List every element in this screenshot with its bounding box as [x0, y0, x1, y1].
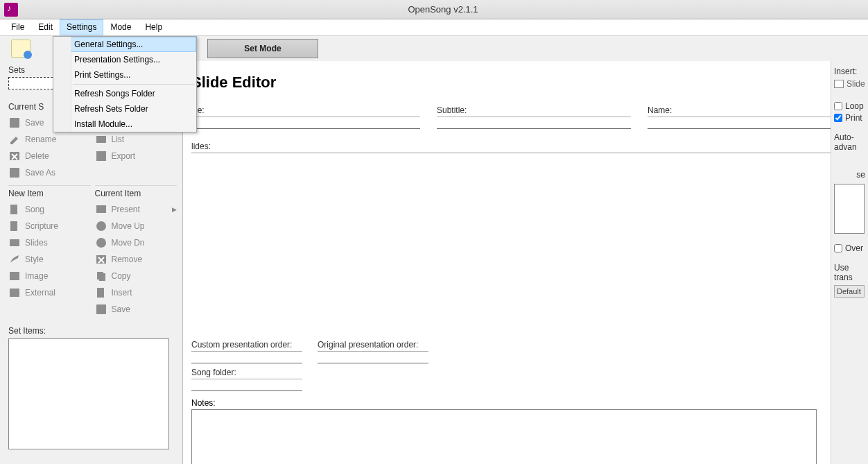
save-as-label: Save As — [25, 168, 55, 178]
slides-label: Slides — [25, 238, 48, 248]
save2-action[interactable]: Save — [95, 301, 177, 318]
slides-icon — [8, 237, 21, 249]
present-action[interactable]: Present ▶ — [95, 201, 177, 218]
notes-label: Notes: — [191, 398, 860, 408]
cpo-input[interactable] — [191, 351, 302, 363]
new-song[interactable]: Song — [8, 201, 91, 218]
svg-rect-6 — [10, 272, 19, 280]
transition-combo[interactable]: Default — [834, 285, 865, 298]
delete-label: Delete — [25, 151, 49, 161]
slides-area[interactable] — [191, 153, 860, 334]
svg-rect-10 — [96, 151, 106, 161]
new-image[interactable]: Image — [8, 268, 91, 284]
name-input[interactable] — [648, 117, 838, 129]
export-action[interactable]: Export — [95, 148, 177, 164]
slide-icon — [834, 80, 844, 88]
menu-print-settings[interactable]: Print Settings... — [53, 67, 196, 83]
remove-icon — [95, 253, 107, 266]
settings-dropdown: General Settings... Presentation Setting… — [53, 36, 197, 132]
dropdown-separator — [73, 84, 195, 85]
opo-input[interactable] — [318, 351, 428, 363]
menu-edit[interactable]: Edit — [31, 19, 60, 35]
new-scripture[interactable]: Scripture — [8, 218, 91, 234]
song-icon — [8, 203, 21, 216]
set-items-label: Set Items: — [8, 326, 177, 336]
dropdown-icon-column — [53, 37, 71, 132]
scripture-label: Scripture — [25, 221, 58, 231]
image-label: Image — [25, 271, 48, 281]
cpo-label: Custom presentation order: — [191, 340, 302, 350]
song-folder-input[interactable] — [191, 379, 302, 391]
menu-refresh-songs[interactable]: Refresh Songs Folder — [53, 86, 196, 101]
use-trans-label: Use trans — [834, 263, 865, 282]
editor-heading: Slide Editor — [191, 74, 860, 92]
list-label: List — [112, 135, 125, 144]
set-items-list[interactable] — [8, 338, 169, 449]
floppy-icon — [8, 166, 21, 179]
insert-action[interactable]: Insert — [95, 284, 177, 301]
move-up-action[interactable]: Move Up — [95, 218, 177, 234]
print-checkbox[interactable]: Print — [834, 113, 865, 123]
floppy-icon — [8, 117, 21, 129]
chevron-right-icon: ▶ — [172, 206, 177, 213]
subtitle-input[interactable] — [437, 117, 631, 129]
move-dn-label: Move Dn — [112, 238, 145, 248]
menu-mode[interactable]: Mode — [103, 19, 138, 35]
external-label: External — [25, 288, 55, 298]
override-checkbox[interactable]: Over — [834, 243, 865, 253]
menu-refresh-sets[interactable]: Refresh Sets Folder — [53, 101, 196, 117]
menu-install-module[interactable]: Install Module... — [53, 117, 196, 132]
list-icon — [95, 133, 107, 146]
song-folder-label: Song folder: — [191, 368, 860, 377]
svg-rect-11 — [96, 205, 106, 213]
save2-label: Save — [112, 304, 130, 314]
print-check[interactable] — [834, 114, 842, 122]
save-label: Save — [25, 118, 44, 128]
remove-action[interactable]: Remove — [95, 251, 177, 268]
menu-help[interactable]: Help — [138, 19, 169, 35]
current-item-label: Current Item — [95, 189, 177, 198]
rename-action[interactable]: Rename — [8, 131, 91, 148]
opo-label: Original presentation order: — [318, 340, 428, 350]
window-title: OpenSong v2.1.1 — [18, 4, 868, 15]
copy-icon — [95, 270, 107, 282]
title-input[interactable] — [191, 117, 420, 129]
override-check[interactable] — [834, 244, 842, 252]
notes-textarea[interactable] — [191, 409, 817, 464]
name-label: Name: — [648, 105, 838, 115]
menu-general-settings[interactable]: General Settings... — [53, 37, 196, 52]
delete-icon — [8, 150, 21, 162]
export-icon — [95, 150, 107, 162]
arrow-down-icon — [95, 237, 107, 249]
svg-rect-16 — [99, 273, 105, 281]
move-dn-action[interactable]: Move Dn — [95, 234, 177, 251]
copy-action[interactable]: Copy — [95, 268, 177, 284]
new-slides[interactable]: Slides — [8, 234, 91, 251]
delete-action[interactable]: Delete — [8, 148, 91, 164]
mode-icon[interactable] — [11, 40, 31, 58]
menu-settings[interactable]: Settings — [60, 19, 103, 35]
move-up-label: Move Up — [112, 221, 145, 231]
menu-file[interactable]: File — [4, 19, 31, 35]
song-label: Song — [25, 205, 44, 214]
present-icon — [95, 203, 107, 216]
image-icon — [8, 270, 21, 282]
save-as-action[interactable]: Save As — [8, 164, 91, 181]
subtitle-label: Subtitle: — [437, 105, 631, 115]
loop-checkbox[interactable]: Loop — [834, 101, 865, 111]
title-bar: OpenSong v2.1.1 — [0, 0, 868, 19]
remove-label: Remove — [112, 255, 143, 264]
set-mode-button[interactable]: Set Mode — [207, 39, 318, 58]
insert-slide-button[interactable]: Slide — [834, 79, 865, 89]
menu-presentation-settings[interactable]: Presentation Settings... — [53, 52, 196, 67]
loop-check[interactable] — [834, 102, 842, 110]
present-label: Present — [112, 205, 140, 214]
slides-area-label: lides: — [191, 141, 860, 151]
svg-rect-7 — [10, 289, 19, 297]
list-action[interactable]: List — [95, 131, 177, 148]
rename-icon — [8, 133, 21, 146]
new-external[interactable]: External — [8, 284, 91, 301]
new-style[interactable]: Style — [8, 251, 91, 268]
svg-rect-0 — [10, 118, 19, 128]
copy-label: Copy — [112, 271, 131, 281]
